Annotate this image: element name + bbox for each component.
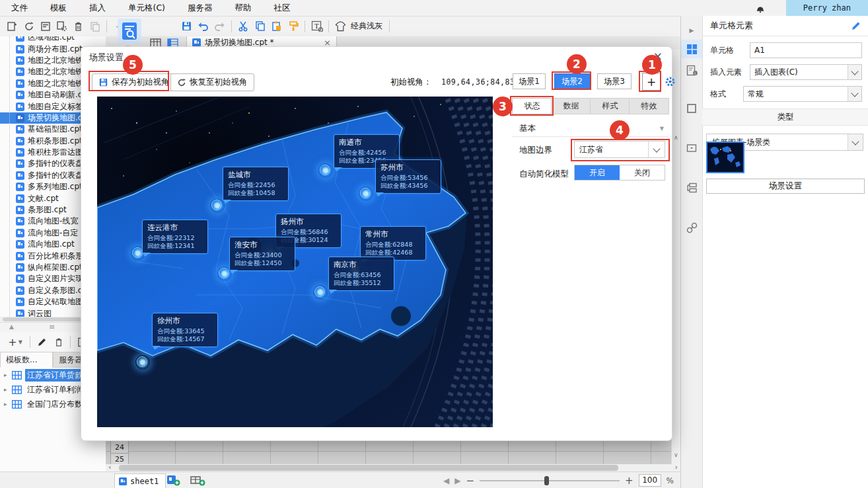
cell-ref-input[interactable] — [750, 42, 862, 58]
dialog-title: 场景设置 — [89, 52, 124, 63]
chevron-down-icon — [848, 65, 861, 79]
toggle-off-button[interactable]: 关闭 — [620, 165, 665, 180]
collapse-right-panel-icon[interactable]: ▶ — [681, 21, 702, 40]
theme-name-label[interactable]: 经典浅灰 — [351, 20, 382, 32]
add-chart-sheet-button[interactable] — [190, 475, 203, 485]
add-template-button[interactable]: +▼ — [4, 334, 26, 350]
menu-template[interactable]: 模板 — [39, 3, 78, 14]
sheet-icon — [119, 477, 127, 485]
copy-icon[interactable] — [252, 19, 268, 34]
menu-cell[interactable]: 单元格(C) — [117, 3, 176, 14]
user-account[interactable]: Perry zhan — [786, 0, 868, 16]
float-element-icon[interactable] — [681, 99, 702, 118]
template-manager-icon[interactable] — [37, 19, 54, 34]
expand-arrow-icon[interactable]: ▸ — [4, 386, 12, 393]
tab-scene-1[interactable]: 场景1 — [513, 73, 546, 89]
sidebar-item[interactable]: 区域地图.cpt — [0, 36, 106, 43]
insert-element-label: 插入元素 — [710, 67, 750, 78]
report-file-icon — [16, 309, 24, 317]
basic-section-header[interactable]: 基本 ▼ — [512, 121, 668, 137]
tab-scene-2[interactable]: 场景2 — [554, 73, 590, 89]
insert-element-select[interactable]: 插入图表(C) — [750, 64, 862, 80]
canvas-vertical-scrollbar[interactable]: ∧∨ — [671, 50, 681, 464]
add-grid-sheet-button[interactable] — [166, 475, 180, 485]
bottom-status-bar: sheet1 ◀ ▶ − + 100 % — [0, 471, 680, 488]
scene-gear-icon[interactable] — [663, 75, 676, 88]
condition-attributes-icon[interactable] — [681, 179, 702, 197]
format-painter-icon[interactable] — [285, 19, 301, 34]
report-file-icon — [16, 298, 24, 306]
dataset-table-icon — [12, 371, 22, 380]
redo-icon[interactable] — [211, 19, 228, 34]
report-file-icon — [16, 67, 24, 76]
tab-style[interactable]: 样式 — [590, 98, 630, 114]
collapse-section-icon[interactable]: ▼ — [660, 126, 664, 132]
expand-arrow-icon[interactable]: ▸ — [4, 401, 12, 407]
tab-status[interactable]: 状态 — [512, 98, 552, 114]
menu-community[interactable]: 社区 — [262, 3, 301, 14]
zoom-out-icon[interactable]: − — [466, 475, 474, 487]
right-properties-panel: ▶ i 单元格元素 单元格 插入元素 插入图表(C) 格式 常规 — [680, 16, 868, 488]
undo-icon[interactable] — [195, 19, 211, 34]
save-icon[interactable] — [178, 19, 195, 34]
widget-settings-icon[interactable] — [681, 139, 702, 157]
delete-template-icon[interactable] — [50, 334, 67, 350]
report-file-icon — [16, 229, 24, 237]
map-boundary-select[interactable]: 江苏省 — [574, 141, 665, 158]
template-search-icon[interactable] — [118, 19, 141, 44]
page-prev-icon[interactable]: ◀ — [443, 476, 449, 485]
edit-cell-element-icon[interactable] — [851, 21, 861, 30]
scene-settings-button[interactable]: 场景设置 — [706, 179, 865, 194]
report-file-icon — [16, 114, 24, 122]
toggle-on-button[interactable]: 开启 — [575, 165, 620, 180]
menu-file[interactable]: 文件 — [0, 3, 39, 14]
app-window: 文件 模板 插入 单元格(C) 服务器 帮助 社区 Perry zhan ◀ — [0, 0, 868, 488]
menu-insert[interactable]: 插入 — [78, 3, 117, 14]
edit-icon[interactable] — [34, 334, 50, 350]
add-scene-button[interactable]: + — [642, 73, 661, 91]
zoom-slider-handle[interactable] — [544, 476, 549, 485]
report-file-icon — [16, 45, 24, 54]
cut-icon[interactable] — [235, 19, 252, 34]
cell-elements-icon[interactable] — [681, 40, 702, 58]
spreadsheet-grid[interactable]: 24 25 — [106, 440, 671, 464]
restore-initial-view-button[interactable]: 恢复至初始视角 — [170, 73, 254, 91]
cell-attributes-icon[interactable]: i — [681, 61, 702, 79]
zoom-slider[interactable] — [480, 476, 620, 485]
canvas-horizontal-scrollbar[interactable]: ‹› — [106, 464, 680, 471]
report-file-icon — [16, 252, 24, 261]
report-file-icon — [16, 79, 24, 88]
report-file-icon — [16, 102, 24, 111]
zoom-in-icon[interactable]: + — [625, 475, 633, 487]
tab-data[interactable]: 数据 — [551, 98, 591, 114]
row-header[interactable]: 24 — [110, 440, 129, 454]
delete-icon[interactable] — [70, 19, 87, 34]
auto-simplify-label: 自动简化模型 — [519, 169, 569, 180]
sheet-tab[interactable]: sheet1 — [114, 473, 166, 488]
text-style-icon[interactable]: T — [308, 19, 325, 34]
menu-help[interactable]: 帮助 — [223, 3, 262, 14]
save-initial-view-button[interactable]: 保存为初始视角 — [92, 73, 176, 91]
format-label: 格式 — [710, 89, 743, 100]
format-select[interactable]: 常规 — [743, 86, 862, 102]
hyperlink-icon[interactable] — [681, 218, 702, 237]
tab-scene-3[interactable]: 场景3 — [597, 73, 632, 89]
city-label-suzhou: 苏州市合同金额:53456回款金额:43456 — [375, 159, 441, 194]
notification-bell-icon[interactable] — [756, 3, 786, 13]
template-settings-icon[interactable] — [54, 19, 70, 34]
page-next-icon[interactable]: ▶ — [454, 476, 460, 485]
expand-arrow-icon[interactable]: ▸ — [4, 372, 12, 378]
refresh-icon[interactable] — [20, 19, 37, 34]
theme-shirt-icon[interactable] — [332, 19, 349, 34]
scene-map-viewport[interactable]: 南通市合同金额:42456回款金额:23456 苏州市合同金额:53456回款金… — [97, 97, 493, 427]
zoom-percent-input[interactable]: 100 — [639, 474, 661, 487]
new-template-icon[interactable] — [4, 19, 20, 34]
tab-template-datasets[interactable]: 模板数... — [0, 352, 53, 368]
annotation-badge-1: 1 — [642, 55, 662, 75]
main-toolbar: ◀ T 经典浅灰 — [0, 16, 684, 36]
menu-server[interactable]: 服务器 — [176, 3, 224, 14]
scene-chart-thumbnail[interactable] — [706, 142, 744, 173]
paste-icon[interactable] — [268, 19, 285, 34]
auto-simplify-toggle: 开启 关闭 — [574, 165, 665, 181]
tab-effects[interactable]: 特效 — [629, 98, 669, 114]
